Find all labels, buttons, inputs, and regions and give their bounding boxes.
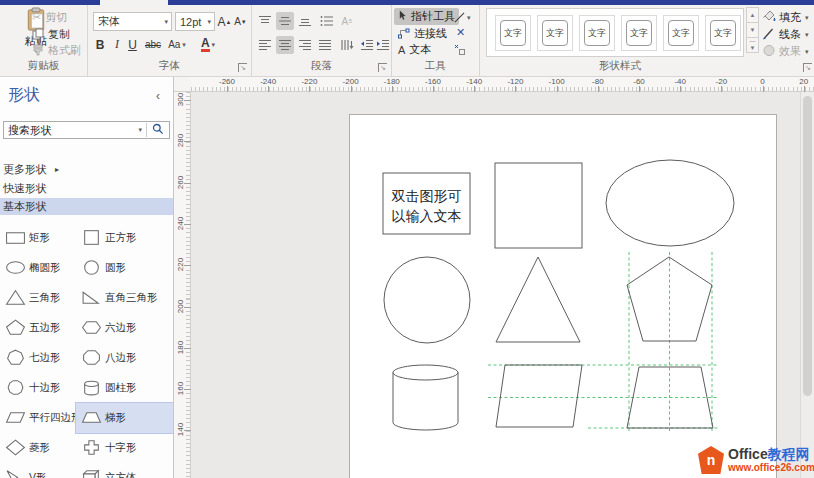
scrollbar-thumb[interactable] xyxy=(803,96,812,396)
style-gallery-item[interactable]: 文字 xyxy=(495,15,531,51)
italic-button[interactable]: I xyxy=(111,36,123,53)
shape-item-diamond[interactable]: 菱形 xyxy=(0,433,76,463)
svg-text:以输入文本: 以输入文本 xyxy=(392,208,462,224)
search-icon[interactable] xyxy=(147,121,169,139)
decagon-icon xyxy=(5,379,26,398)
tools-group-label: 工具 xyxy=(392,59,479,73)
canvas-ellipse[interactable] xyxy=(606,160,734,246)
canvas-square[interactable] xyxy=(495,163,582,248)
text-direction-icon[interactable] xyxy=(338,36,356,54)
font-color-button[interactable]: A▾ xyxy=(196,36,220,53)
align-center-icon[interactable] xyxy=(276,36,294,54)
shape-styles-group-label: 形状样式 xyxy=(480,59,760,73)
canvas-circle[interactable] xyxy=(384,257,470,343)
paragraph-dialog-launcher[interactable]: ↘ xyxy=(378,63,387,72)
shape-styles-dialog-launcher[interactable]: ↘ xyxy=(803,63,812,72)
shape-item-rectangle[interactable]: 矩形 xyxy=(0,223,76,253)
shape-item-circle[interactable]: 圆形 xyxy=(76,253,174,283)
fill-icon xyxy=(762,10,776,25)
change-case-button[interactable]: Aa▾ xyxy=(166,36,188,53)
pointer-tool-button[interactable]: 指针工具 xyxy=(394,8,459,25)
style-gallery-item[interactable]: 文字 xyxy=(579,15,615,51)
connector-tool-button[interactable]: 连接线 xyxy=(394,25,451,42)
shape-item-v-shape[interactable]: V形 xyxy=(0,463,76,478)
shape-item-decagon[interactable]: 十边形 xyxy=(0,373,76,403)
vruler-tick xyxy=(184,224,191,225)
shape-item-cross[interactable]: 十字形 xyxy=(76,433,174,463)
line-tool-dropdown-arrow[interactable]: ▾ xyxy=(467,14,471,22)
cut-button[interactable]: ✂ 剪切 xyxy=(32,10,67,25)
shape-item-label: 三角形 xyxy=(29,291,61,305)
shapes-panel-title: 形状 xyxy=(8,85,40,106)
delete-connector-icon[interactable]: ✕ xyxy=(456,26,465,39)
underline-button[interactable]: U xyxy=(126,36,139,53)
shape-item-hexagon[interactable]: 六边形 xyxy=(76,313,174,343)
line-tool-button[interactable]: ▾ xyxy=(454,9,471,27)
shape-item-ellipse[interactable]: 椭圆形 xyxy=(0,253,76,283)
valign-bottom-icon[interactable] xyxy=(296,12,314,30)
font-size-combo[interactable]: 12pt▾ xyxy=(175,12,215,31)
sidebar-item-quick-shapes[interactable]: 快速形状 xyxy=(0,180,174,197)
gallery-more-button[interactable]: —▼ xyxy=(746,37,759,53)
horizontal-ruler: -260-240-220-200-180-160-140-120-100-80-… xyxy=(174,77,814,92)
character-spacing-icon[interactable]: A⁵ xyxy=(338,12,356,30)
shape-item-octagon[interactable]: 八边形 xyxy=(76,343,174,373)
shape-item-square[interactable]: 正方形 xyxy=(76,223,174,253)
shape-item-heptagon[interactable]: 七边形 xyxy=(0,343,76,373)
valign-top-icon[interactable] xyxy=(256,12,274,30)
canvas-vertical-scrollbar[interactable] xyxy=(800,92,814,478)
gallery-scroll-up-button[interactable]: ▲ xyxy=(746,7,759,23)
justify-icon[interactable] xyxy=(316,36,334,54)
collapse-panel-icon[interactable]: ‹ xyxy=(156,89,160,103)
line-style-button[interactable]: 线条▾ xyxy=(762,27,809,42)
valign-middle-icon[interactable] xyxy=(276,12,294,30)
effects-button[interactable]: 效果▾ xyxy=(762,44,809,59)
shapes-layer: 双击图形可 以输入文本 xyxy=(191,92,814,478)
font-family-combo[interactable]: 宋体▾ xyxy=(93,12,172,31)
font-dialog-launcher[interactable]: ↘ xyxy=(238,63,247,72)
hruler-label: 20 xyxy=(799,77,808,86)
ruler-corner xyxy=(174,77,191,92)
copy-button[interactable]: 复制 xyxy=(32,27,70,42)
connection-point-button[interactable] xyxy=(454,42,466,60)
shape-item-pentagon[interactable]: 五边形 xyxy=(0,313,76,343)
grow-font-button[interactable]: A▲ xyxy=(217,13,232,30)
canvas-parallelogram[interactable] xyxy=(496,365,582,427)
bold-button[interactable]: B xyxy=(93,36,107,53)
align-right-icon[interactable] xyxy=(296,36,314,54)
increase-indent-icon[interactable] xyxy=(374,36,392,54)
hexagon-icon xyxy=(81,319,102,338)
shape-search-input[interactable] xyxy=(4,124,134,136)
text-tool-button[interactable]: A 文本 xyxy=(394,41,435,58)
shape-item-right-triangle[interactable]: 直角三角形 xyxy=(76,283,174,313)
pentagon-icon xyxy=(5,319,26,338)
shape-item-triangle[interactable]: 三角形 xyxy=(0,283,76,313)
align-left-icon[interactable] xyxy=(256,36,274,54)
shrink-font-button[interactable]: A▼ xyxy=(233,13,248,30)
canvas-triangle[interactable] xyxy=(496,257,580,342)
style-gallery-item[interactable]: 文字 xyxy=(705,15,741,51)
hruler-label: -140 xyxy=(466,77,482,86)
font-size-dropdown-arrow[interactable]: ▾ xyxy=(204,18,214,26)
shape-item-label: 七边形 xyxy=(29,351,61,365)
format-painter-button[interactable]: 格式刷 xyxy=(32,43,81,58)
strikethrough-button[interactable]: abc xyxy=(143,36,163,53)
font-family-dropdown-arrow[interactable]: ▾ xyxy=(161,18,171,26)
style-gallery-item[interactable]: 文字 xyxy=(663,15,699,51)
drawing-canvas[interactable]: 双击图形可 以输入文本 n Office教程网 www.office26.com xyxy=(191,92,814,478)
search-dropdown-arrow[interactable]: ▾ xyxy=(134,126,146,134)
sidebar-item-basic-shapes[interactable]: 基本形状 xyxy=(0,198,174,215)
clipboard-group-label: 剪贴板 xyxy=(0,59,87,73)
shape-item-parallelogram[interactable]: 平行四边形 xyxy=(0,403,76,433)
shape-item-trapezoid[interactable]: 梯形 xyxy=(76,403,174,433)
style-preview: 文字 xyxy=(626,20,652,46)
gallery-scroll-down-button[interactable]: ▼ xyxy=(746,22,759,38)
canvas-cylinder[interactable] xyxy=(393,365,458,430)
style-gallery-item[interactable]: 文字 xyxy=(537,15,573,51)
sidebar-item-more-shapes[interactable]: 更多形状 ▸ xyxy=(0,161,174,178)
shape-item-cylinder[interactable]: 圆柱形 xyxy=(76,373,174,403)
shape-item-cube[interactable]: 立方体 xyxy=(76,463,174,478)
fill-button[interactable]: 填充▾ xyxy=(762,10,809,25)
style-gallery-item[interactable]: 文字 xyxy=(621,15,657,51)
bullets-icon[interactable] xyxy=(318,12,336,30)
